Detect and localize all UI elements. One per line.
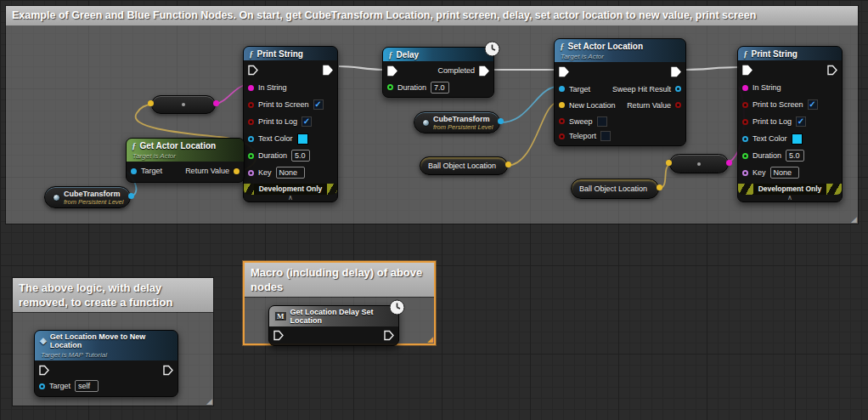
sweep-hit-result-pin[interactable] — [675, 86, 681, 92]
exec-out-pin[interactable] — [323, 65, 333, 76]
target-pin[interactable] — [39, 383, 45, 389]
string-out-pin[interactable] — [726, 160, 732, 166]
collapse-chevron-icon[interactable]: ∧ — [738, 195, 842, 201]
key-pin[interactable] — [742, 170, 748, 176]
comment-function-header[interactable]: The above logic, with delay removed, to … — [13, 278, 213, 312]
node-print-string-2-header[interactable]: ƒ Print String — [738, 47, 842, 60]
exec-in-pin[interactable] — [559, 66, 569, 77]
node-print-string-2[interactable]: ƒ Print String In String Print to Screen… — [737, 46, 843, 202]
key-pin[interactable] — [248, 170, 254, 176]
node-get-actor-location[interactable]: ƒ Get Actor Location Target is Actor Tar… — [126, 138, 245, 183]
node-print-string-1-header[interactable]: ƒ Print String — [244, 47, 337, 60]
node-title: Get Location Move to New Location — [50, 332, 172, 349]
duration-pin[interactable] — [387, 84, 393, 90]
exec-in-pin[interactable] — [742, 65, 752, 76]
exec-out-pin[interactable] — [827, 65, 837, 76]
exec-out-pin[interactable] — [671, 66, 681, 77]
key-field[interactable]: None — [276, 167, 305, 179]
variable-subtitle: from Persistent Level — [64, 198, 123, 206]
latent-clock-icon — [484, 41, 500, 57]
node-get-actor-location-header[interactable]: ƒ Get Actor Location Target is Actor — [127, 139, 244, 162]
completed-exec-out-pin[interactable] — [479, 65, 489, 77]
node-delay-header[interactable]: ƒ Delay — [383, 48, 493, 61]
in-string-pin[interactable] — [248, 85, 254, 91]
text-color-pin[interactable] — [742, 136, 748, 142]
key-field[interactable]: None — [770, 167, 799, 179]
exec-in-pin[interactable] — [273, 330, 284, 341]
target-pin[interactable] — [131, 168, 137, 174]
print-to-log-checkbox[interactable]: ✓ — [302, 116, 312, 127]
node-vector-to-string-1[interactable] — [151, 95, 216, 114]
node-macro-header[interactable]: M Get Location Delay Set Location — [269, 306, 398, 326]
variable-title: Ball Object Location — [579, 184, 647, 193]
print-to-screen-pin[interactable] — [248, 102, 254, 108]
string-out-pin[interactable] — [213, 100, 219, 106]
node-delay[interactable]: ƒ Delay Completed Duration 7.0 — [382, 47, 494, 98]
object-out-pin[interactable] — [498, 118, 504, 124]
node-ball-object-location-2[interactable]: Ball Object Location — [571, 179, 659, 199]
text-color-swatch[interactable] — [297, 133, 308, 145]
checkmark-icon: ✓ — [314, 99, 321, 109]
teleport-pin[interactable] — [559, 133, 565, 139]
text-color-pin[interactable] — [248, 136, 254, 142]
node-get-location-delay-set-location[interactable]: M Get Location Delay Set Location — [268, 305, 399, 346]
object-out-pin[interactable] — [128, 193, 134, 199]
node-title: Set Actor Location — [568, 42, 644, 51]
duration-pin[interactable] — [248, 153, 254, 159]
node-title: Delay — [397, 50, 420, 60]
in-string-pin[interactable] — [742, 85, 748, 91]
print-to-log-pin[interactable] — [248, 119, 254, 125]
exec-in-pin[interactable] — [387, 65, 397, 77]
node-ball-object-location-1[interactable]: Ball Object Location — [420, 156, 508, 175]
node-print-string-1[interactable]: ƒ Print String In String Print to Screen… — [243, 46, 338, 202]
comment-macro-resize-handle[interactable]: ◢ — [427, 336, 433, 343]
latent-clock-icon — [389, 299, 405, 315]
blueprint-canvas[interactable]: Example of Green and Blue Function Nodes… — [0, 0, 868, 420]
print-to-screen-pin[interactable] — [742, 102, 748, 108]
duration-field[interactable]: 5.0 — [786, 150, 804, 162]
print-to-screen-checkbox[interactable]: ✓ — [313, 99, 324, 110]
function-icon: ƒ — [388, 49, 393, 60]
hazard-stripe — [826, 184, 842, 195]
pin-label: In String — [752, 83, 781, 92]
comment-top-header[interactable]: Example of Green and Blue Function Nodes… — [6, 6, 858, 26]
comment-macro-header[interactable]: Macro (including delay) of above nodes — [245, 263, 434, 297]
teleport-checkbox[interactable] — [600, 131, 611, 141]
target-pin[interactable] — [559, 86, 565, 92]
print-to-log-checkbox[interactable]: ✓ — [796, 116, 806, 127]
vector-out-pin[interactable] — [657, 184, 662, 190]
node-cube-transform-2[interactable]: CubeTransform from Persistent Level — [414, 111, 500, 133]
exec-in-pin[interactable] — [248, 65, 258, 76]
exec-out-pin[interactable] — [384, 330, 394, 341]
node-set-actor-location[interactable]: ƒ Set Actor Location Target is Actor Tar… — [554, 38, 686, 146]
node-cube-transform-1[interactable]: CubeTransform from Persistent Level — [44, 186, 131, 208]
duration-field[interactable]: 7.0 — [431, 82, 449, 94]
duration-field[interactable]: 5.0 — [291, 150, 310, 162]
vector-out-pin[interactable] — [505, 162, 511, 167]
node-function-call-header[interactable]: ◈ Get Location Move to New Location Targ… — [35, 331, 178, 360]
vector-in-pin[interactable] — [666, 160, 672, 166]
print-to-log-pin[interactable] — [742, 119, 748, 125]
node-set-actor-location-header[interactable]: ƒ Set Actor Location Target is Actor — [555, 39, 685, 62]
collapse-chevron-icon[interactable]: ∧ — [244, 195, 337, 201]
return-value-pin[interactable] — [234, 168, 240, 174]
target-field[interactable]: self — [75, 380, 99, 392]
function-call-icon: ◈ — [40, 337, 47, 345]
exec-in-pin[interactable] — [39, 365, 49, 376]
function-icon: ƒ — [743, 48, 748, 59]
duration-pin[interactable] — [742, 153, 748, 159]
node-vector-to-string-2[interactable] — [669, 154, 729, 173]
new-location-pin[interactable] — [559, 102, 565, 108]
function-icon: ƒ — [249, 48, 254, 59]
node-get-location-move-to-new-location[interactable]: ◈ Get Location Move to New Location Targ… — [34, 330, 178, 397]
vector-in-pin[interactable] — [148, 100, 154, 106]
object-variable-icon — [422, 119, 430, 127]
print-to-screen-checkbox[interactable]: ✓ — [808, 99, 818, 110]
return-value-pin[interactable] — [675, 102, 681, 108]
sweep-checkbox[interactable] — [597, 116, 607, 127]
comment-function-resize-handle[interactable]: ◢ — [206, 398, 212, 406]
text-color-swatch[interactable] — [792, 133, 803, 145]
sweep-pin[interactable] — [559, 118, 565, 124]
comment-top-resize-handle[interactable]: ◢ — [851, 216, 857, 224]
exec-out-pin[interactable] — [163, 365, 173, 376]
